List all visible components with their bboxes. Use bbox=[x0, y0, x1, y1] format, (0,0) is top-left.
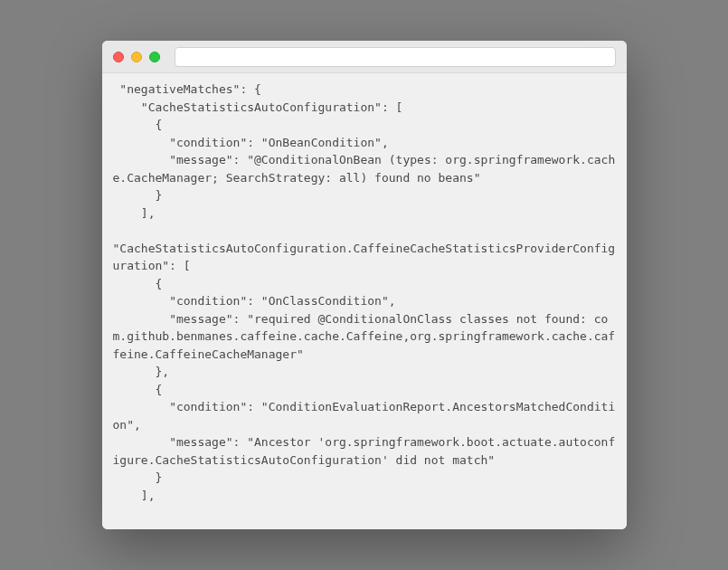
browser-window: "negativeMatches": { "CacheStatisticsAut… bbox=[102, 41, 627, 529]
minimize-icon[interactable] bbox=[131, 52, 142, 62]
content-area: "negativeMatches": { "CacheStatisticsAut… bbox=[102, 73, 627, 529]
close-icon[interactable] bbox=[113, 52, 124, 62]
address-bar[interactable] bbox=[175, 47, 616, 67]
titlebar bbox=[102, 41, 627, 73]
maximize-icon[interactable] bbox=[149, 52, 160, 62]
